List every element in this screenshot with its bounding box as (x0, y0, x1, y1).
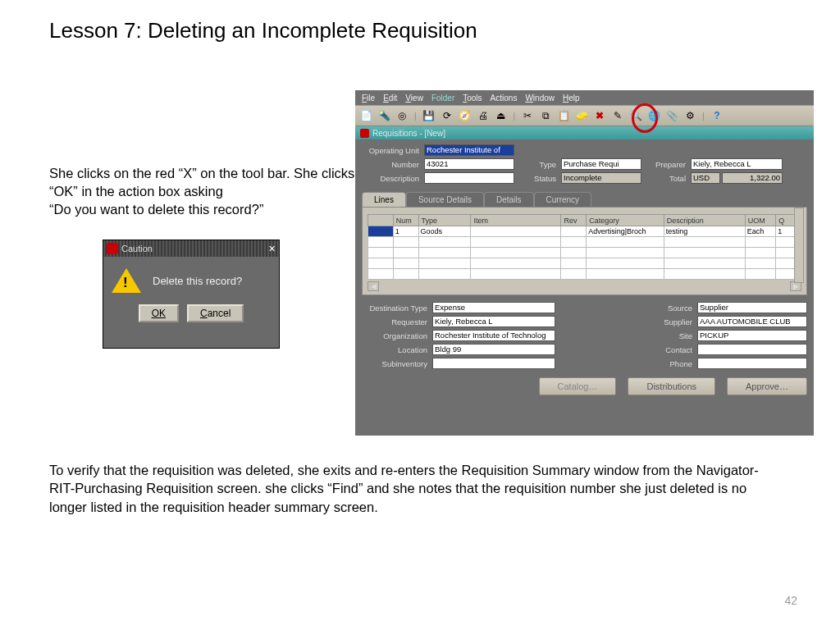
label-preparer: Preparer (646, 160, 686, 169)
approve-button[interactable]: Approve… (727, 377, 807, 395)
grid-vertical-scrollbar[interactable] (794, 208, 804, 283)
paste-icon[interactable]: 📋 (556, 108, 571, 123)
menubar: File Edit View Folder Tools Actions Wind… (355, 90, 814, 105)
ok-button[interactable]: OK (139, 304, 179, 322)
field-organization[interactable]: Rochester Institute of Technolog (432, 330, 555, 341)
cut-icon[interactable]: ✂ (520, 108, 535, 123)
intro-line-3: “Do you want to delete this record?” (49, 200, 263, 218)
tab-source-details[interactable]: Source Details (406, 192, 484, 207)
label-organization: Organization (362, 331, 427, 340)
catalog-button[interactable]: Catalog… (539, 377, 617, 395)
field-type[interactable]: Purchase Requi (561, 158, 641, 170)
col-uom: UOM (745, 215, 775, 226)
field-requester[interactable]: Kiely, Rebecca L (432, 316, 555, 327)
menu-edit[interactable]: Edit (383, 94, 397, 103)
menu-window[interactable]: Window (525, 94, 555, 103)
field-subinventory[interactable] (432, 358, 555, 369)
menu-tools[interactable]: Tools (463, 94, 482, 103)
field-supplier[interactable]: AAA AUTOMOBILE CLUB (697, 316, 807, 327)
oracle-logo-icon (360, 129, 369, 138)
field-status: Incomplete (561, 172, 641, 184)
save-icon[interactable]: 💾 (422, 108, 436, 123)
label-site: Site (651, 331, 692, 340)
label-source: Source (651, 304, 692, 313)
menu-help[interactable]: Help (563, 94, 580, 103)
table-row[interactable] (368, 237, 801, 248)
field-contact[interactable] (697, 344, 807, 355)
label-total: Total (646, 174, 686, 183)
cell-uom[interactable]: Each (745, 226, 775, 237)
label-requester: Requester (362, 317, 427, 326)
close-icon[interactable]: ✕ (268, 244, 276, 254)
cell-item[interactable] (471, 226, 561, 237)
translate-icon[interactable]: 🌐 (646, 108, 661, 123)
oracle-app-window: File Edit View Folder Tools Actions Wind… (355, 90, 814, 436)
clear-icon[interactable]: 🧽 (574, 108, 589, 123)
scroll-left-icon[interactable]: ◀ (368, 281, 379, 291)
label-destination-type: Destination Type (362, 304, 427, 313)
field-total-amount: 1,322.00 (722, 172, 783, 184)
copy-icon[interactable]: ⧉ (538, 108, 553, 123)
page-title: Lesson 7: Deleting an Incomplete Requisi… (49, 18, 477, 43)
edit-icon[interactable]: ✎ (610, 108, 625, 123)
col-rev: Rev (561, 215, 587, 226)
cell-type[interactable]: Goods (418, 226, 471, 237)
table-row[interactable] (368, 258, 801, 269)
tools-icon[interactable]: ⚙ (682, 108, 697, 123)
menu-view[interactable]: View (405, 94, 423, 103)
cell-category[interactable]: Advertising|Broch (587, 226, 664, 237)
caution-dialog: Caution ✕ Delete this record? OK Cancel (103, 240, 280, 349)
label-subinventory: Subinventory (362, 359, 427, 368)
field-source[interactable]: Supplier (697, 302, 807, 313)
menu-folder[interactable]: Folder (431, 94, 454, 103)
table-row[interactable]: 1 Goods Advertising|Broch testing Each 1 (368, 226, 801, 237)
print-icon[interactable]: 🖨 (476, 108, 491, 123)
tab-lines[interactable]: Lines (362, 192, 406, 207)
cell-description[interactable]: testing (664, 226, 745, 237)
subwindow-title: Requisitions - [New] (372, 129, 445, 138)
label-number: Number (362, 160, 419, 169)
caution-title: Caution (121, 244, 153, 253)
tab-currency[interactable]: Currency (534, 192, 592, 207)
label-operating-unit: Operating Unit (362, 146, 419, 155)
help-icon[interactable]: ? (710, 108, 724, 123)
label-phone: Phone (651, 359, 692, 368)
col-type: Type (418, 215, 471, 226)
label-contact: Contact (651, 345, 692, 354)
field-number[interactable]: 43021 (424, 158, 514, 170)
nav-icon[interactable]: ◎ (395, 108, 409, 123)
intro-line-1: She clicks on the red “X” on the tool ba… (49, 164, 354, 182)
warning-icon (112, 268, 141, 293)
menu-file[interactable]: File (362, 94, 375, 103)
field-preparer[interactable]: Kiely, Rebecca L (691, 158, 783, 170)
field-destination-type[interactable]: Expense (432, 302, 555, 313)
field-location[interactable]: Bldg 99 (432, 344, 555, 355)
menu-actions[interactable]: Actions (491, 94, 518, 103)
table-row[interactable] (368, 269, 801, 280)
switch-icon[interactable]: 🧭 (458, 108, 472, 123)
field-phone[interactable] (697, 358, 807, 369)
new-icon[interactable]: 📄 (358, 108, 373, 123)
find-icon[interactable]: 🔦 (377, 108, 391, 123)
field-description[interactable] (424, 172, 514, 184)
caution-titlebar: Caution ✕ (103, 240, 279, 257)
delete-icon[interactable]: ✖ (592, 108, 607, 123)
zoom-icon[interactable]: 🔍 (628, 108, 643, 123)
cell-num[interactable]: 1 (393, 226, 418, 237)
distributions-button[interactable]: Distributions (628, 377, 715, 395)
step-icon[interactable]: ⟳ (440, 108, 454, 123)
field-site[interactable]: PICKUP (697, 330, 807, 341)
lines-grid-panel: Num Type Item Rev Category Description U… (362, 207, 807, 295)
table-row[interactable] (368, 248, 801, 258)
toolbar: 📄 🔦 ◎ | 💾 ⟳ 🧭 🖨 ⏏ | ✂ ⧉ 📋 🧽 ✖ ✎ 🔍 🌐 📎 ⚙ … (355, 105, 814, 126)
label-type: Type (519, 160, 556, 169)
lines-grid: Num Type Item Rev Category Description U… (368, 214, 801, 280)
label-description: Description (362, 174, 419, 183)
tab-details[interactable]: Details (484, 192, 534, 207)
close-form-icon[interactable]: ⏏ (494, 108, 509, 123)
field-operating-unit[interactable]: Rochester Institute of (424, 144, 514, 156)
cancel-button[interactable]: Cancel (187, 304, 244, 322)
cell-rev[interactable] (561, 226, 587, 237)
caution-message: Delete this record? (153, 275, 242, 287)
attach-icon[interactable]: 📎 (664, 108, 679, 123)
